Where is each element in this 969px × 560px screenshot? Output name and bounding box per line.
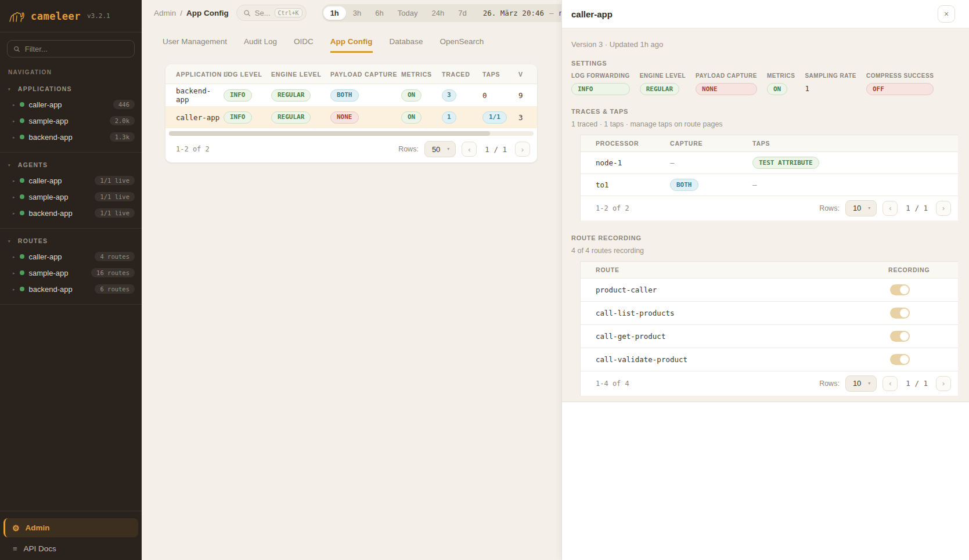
time-from: 26. März 20:46 [483,9,544,17]
section-label: APPLICATIONS [18,85,72,92]
section-header-agents[interactable]: ▾ AGENTS [0,158,142,172]
search-button[interactable]: Se... Ctrl+K [236,5,307,21]
rows-per-page-value: 50 [432,145,440,154]
sidebar-item-backend-app-agent[interactable]: ▸ backend-app 1/1 live [0,205,142,221]
column-label: APPLICATION [176,71,222,78]
field-label: LOG FORWARDING [571,73,630,79]
tab-opensearch[interactable]: OpenSearch [440,37,484,53]
sidebar-item-caller-app-routes[interactable]: ▸ caller-app 4 routes [0,248,142,265]
capture-badge: BOTH [670,179,698,191]
tab-oidc[interactable]: OIDC [294,37,314,53]
route-row-call-get-product[interactable]: call-get-product [581,325,958,348]
chevron-right-icon: ▸ [13,211,15,215]
previous-page-button[interactable]: ‹ [882,201,898,216]
horizontal-scrollbar [169,131,534,136]
previous-page-button[interactable]: ‹ [882,376,898,391]
chevron-right-icon: ▸ [13,271,15,275]
traces-row-node-1[interactable]: node-1 — TEST ATTRIBUTE [581,152,958,174]
recording-toggle[interactable] [890,284,910,295]
rows-per-page-select[interactable]: 10 ▾ [845,200,877,216]
traced-badge: 3 [442,89,456,102]
chevron-down-icon: ▾ [8,239,11,243]
range-button-6h[interactable]: 6h [368,6,390,20]
toggle-knob [900,309,909,317]
recording-toggle[interactable] [890,308,910,319]
sidebar-item-sample-app[interactable]: ▸ sample-app 2.0k [0,113,142,129]
sidebar-item-api-docs[interactable]: ≡ API Docs [3,537,138,554]
range-button-7d[interactable]: 7d [451,6,473,20]
close-icon[interactable]: × [938,5,955,23]
sidebar-item-badge: 1/1 live [95,208,135,218]
traces-row-to1[interactable]: to1 BOTH — [581,174,958,196]
camel-logo-icon [8,9,26,24]
recording-toggle[interactable] [890,331,910,342]
breadcrumb-parent[interactable]: Admin [154,9,176,17]
cell-application: backend-app [165,86,224,104]
next-page-button[interactable]: › [936,201,951,216]
sidebar-item-label: caller-app [29,100,62,109]
chevron-down-icon: ▾ [8,163,11,167]
tab-app-config[interactable]: App Config [330,37,373,53]
panel-body: Version 3 · Updated 1h ago SETTINGS LOG … [562,28,969,402]
table-row-caller-app-selected[interactable]: caller-app INFO REGULAR NONE ON 1 1/1 3 [165,106,537,128]
filter-input[interactable] [25,45,128,53]
section-header-routes[interactable]: ▾ ROUTES [0,234,142,248]
route-recording-subtext: 4 of 4 routes recording [571,247,957,255]
rows-per-page-select[interactable]: 10 ▾ [845,375,877,392]
rows-per-page-select[interactable]: 50 ▾ [424,141,456,157]
sidebar-filter[interactable] [7,40,135,57]
time-range-display[interactable]: 26. März 20:46 — now [474,9,561,17]
sidebar-item-backend-app[interactable]: ▸ backend-app 1.3k [0,129,142,145]
range-button-1h[interactable]: 1h [323,6,346,20]
chevron-right-icon: ▸ [13,287,15,291]
sidebar-item-badge: 1/1 live [95,192,135,201]
sidebar-item-caller-app[interactable]: ▸ caller-app 446 [0,96,142,113]
next-page-button[interactable]: › [515,142,530,157]
route-row-call-list-products[interactable]: call-list-products [581,302,958,325]
sidebar-item-admin[interactable]: ⚙ Admin [3,518,138,537]
status-dot [20,135,24,139]
route-row-product-caller[interactable]: product-caller [581,279,958,302]
traces-subtext: 1 traced · 1 taps · manage taps on route… [571,120,957,128]
column-header-metrics: METRICS [401,71,442,78]
route-recording-section-label: ROUTE RECORDING [571,234,957,241]
sidebar-item-backend-app-routes[interactable]: ▸ backend-app 6 routes [0,281,142,297]
time-separator: — [549,9,554,17]
toggle-knob [900,355,909,364]
scrollbar-thumb[interactable] [169,131,490,136]
recording-pagination: 1-4 of 4 Rows: 10 ▾ ‹ 1 / 1 › [581,371,958,396]
route-recording-table: ROUTE RECORDING product-caller call-list… [580,261,958,396]
sidebar-item-label: backend-app [29,209,73,218]
column-header-processor: PROCESSOR [581,140,670,147]
previous-page-button[interactable]: ‹ [462,142,477,157]
search-shortcut-chip: Ctrl+K [275,8,302,17]
route-row-call-validate-product[interactable]: call-validate-product [581,348,958,371]
sidebar-section-agents: ▾ AGENTS ▸ caller-app 1/1 live ▸ sample-… [0,153,142,229]
brand-version: v3.2.1 [87,12,110,20]
sidebar-item-caller-app-agent[interactable]: ▸ caller-app 1/1 live [0,172,142,189]
tab-database[interactable]: Database [390,37,423,53]
metrics-badge: ON [401,89,422,102]
range-button-24h[interactable]: 24h [424,6,451,20]
column-header-application[interactable]: APPLICATION ⇅ [165,71,224,78]
tab-user-management[interactable]: User Management [163,37,227,53]
sidebar-item-sample-app-routes[interactable]: ▸ sample-app 16 routes [0,265,142,281]
main-area: Admin / App Config Se... Ctrl+K 1h 3h 6h… [142,0,561,560]
sidebar-item-sample-app-agent[interactable]: ▸ sample-app 1/1 live [0,189,142,205]
tab-audit-log[interactable]: Audit Log [244,37,277,53]
recording-toggle[interactable] [890,354,910,365]
logo-row: cameleer v3.2.1 [0,0,142,32]
range-button-today[interactable]: Today [391,6,425,20]
field-value-badge: INFO [571,83,630,95]
field-label: PAYLOAD CAPTURE [696,73,757,79]
table-row-backend-app[interactable]: backend-app INFO REGULAR BOTH ON 3 0 9 [165,84,537,106]
sidebar-item-label: caller-app [29,252,62,261]
next-page-button[interactable]: › [936,376,951,391]
sidebar-item-badge: 16 routes [91,268,135,277]
page-indicator: 1 / 1 [903,379,930,388]
range-button-3h[interactable]: 3h [346,6,368,20]
table-pagination: 1-2 of 2 Rows: 50 ▾ ‹ 1 / 1 › [165,136,537,162]
rows-per-page-value: 10 [853,379,861,388]
section-header-applications[interactable]: ▾ APPLICATIONS [0,82,142,96]
status-dot [20,194,24,199]
